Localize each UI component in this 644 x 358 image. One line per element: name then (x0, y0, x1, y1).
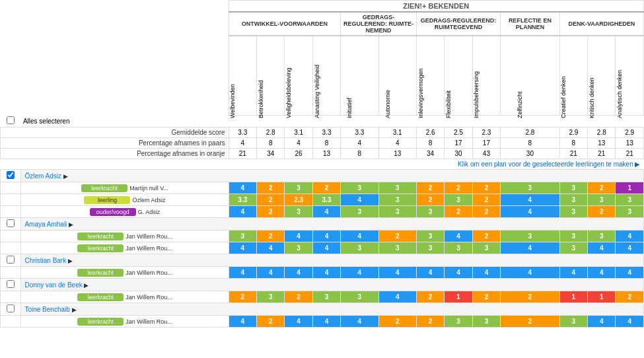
toine-row-1: leerkracht Jan Willem Rou... 4 2 4 4 4 2… (1, 316, 644, 328)
avg-score-label: Gemiddelde score (1, 127, 229, 138)
pp-6: 8 (416, 138, 444, 149)
person-donny: Jan Willem Rou... (125, 294, 172, 301)
badge-leerling-1: leerling (84, 196, 130, 204)
col-inlevingsvermogen: Inlevingsvermogen (416, 36, 444, 115)
ozlem-row-3: ouder/voogd G. Adsiz 4 2 3 4 3 3 3 2 2 4… (1, 206, 644, 218)
select-all-row: Alles selecteren (1, 115, 644, 127)
section-ontwikkel: ONTWIKKEL-VOORWAARDEN (229, 12, 341, 36)
pp-11: 13 (588, 138, 616, 149)
avg-9: 2.8 (501, 127, 560, 138)
pp-10: 8 (559, 138, 587, 149)
col-creatief: Creatief denken (559, 36, 587, 115)
pp-3: 8 (312, 138, 340, 149)
student-name-christian[interactable]: Christian Bark (24, 257, 66, 264)
student-name-donny[interactable]: Donny van de Beek (24, 281, 82, 289)
checkbox-donny[interactable] (7, 280, 15, 288)
badge-ouder-1: ouder/voogd (90, 208, 136, 216)
avg-0: 3.3 (229, 127, 256, 138)
po-8: 43 (472, 149, 500, 159)
student-name-ozlem[interactable]: Özlem Adsiz (24, 172, 61, 180)
main-container[interactable]: ZIEN!+ BEKENDEN ONTWIKKEL-VOORWAARDEN GE… (0, 0, 644, 358)
avg-1: 2.8 (256, 127, 284, 138)
avg-8: 2.3 (472, 127, 500, 138)
section-gedrags-gevend: GEDRAGS-REGULEREND: RUIMTEGEVEND (416, 12, 500, 36)
student-ozlem-main: Özlem Adsiz ▶ (1, 170, 644, 182)
amaya-row-2: leerkracht Jan Willem Rou... 4 4 3 4 3 3… (1, 242, 644, 254)
pp-2: 4 (285, 138, 312, 149)
section-reflectie: REFLECTIE EN PLANNEN (501, 12, 560, 36)
badge-leerkracht-1: leerkracht (81, 184, 127, 192)
col-aantasting: Aanasting Veiligheid (312, 36, 340, 115)
col-flexibiliteit: Flexibiliteit (445, 36, 472, 115)
badge-leerkracht-christian: leerkracht (77, 269, 124, 277)
po-4: 8 (341, 149, 378, 159)
col-analytisch: Analytisch denken (616, 36, 644, 115)
main-table: ZIEN!+ BEKENDEN ONTWIKKEL-VOORWAARDEN GE… (0, 0, 644, 328)
checkbox-amaya[interactable] (7, 219, 15, 227)
ozlem-row-2: leerling Özlem Adsiz 3.3 2 2.3 3.3 4 3 2… (1, 194, 644, 206)
donny-row-1: leerkracht Jan Willem Rou... 2 3 2 3 3 4… (1, 291, 644, 303)
col-betrokkenheid: Betrokkenheid (256, 36, 284, 115)
avg-11: 2.8 (588, 127, 616, 138)
po-3: 13 (312, 149, 340, 159)
amaya-row-1: leerkracht Jan Willem Rou... 3 2 4 4 4 2… (1, 231, 644, 242)
pp-5: 4 (378, 138, 416, 149)
checkbox-christian[interactable] (7, 256, 15, 264)
person-toine: Jan Willem Rou... (125, 318, 172, 325)
po-1: 34 (256, 149, 284, 159)
student-donny-main: Donny van de Beek ▶ (1, 279, 644, 291)
pp-1: 8 (256, 138, 284, 149)
po-0: 21 (229, 149, 256, 159)
po-5: 13 (378, 149, 416, 159)
klik-row: Klik om een plan voor de geselecteerde l… (1, 159, 644, 170)
section-denk: DENK-VAARDIGHEDEN (559, 12, 643, 36)
person-amaya1: Jan Willem Rou... (125, 233, 172, 240)
col-impulsbeheersing: Impulsbeheersing (472, 36, 500, 115)
po-6: 34 (416, 149, 444, 159)
avg-12: 2.9 (616, 127, 644, 138)
avg-3: 3.3 (312, 127, 340, 138)
col-zelfinzicht: Zelfinzicht (501, 36, 560, 115)
student-amaya-main: Amaya Amhali ▶ (1, 218, 644, 231)
select-all-checkbox[interactable] (7, 116, 15, 124)
po-11: 21 (588, 149, 616, 159)
section-gedrags-ruimte: GEDRAGS-REGULEREND: RUIMTE-NEMEND (341, 12, 417, 36)
pct-oranje-row: Percentage afnames in oranje 21 34 26 13… (1, 149, 644, 159)
avg-6: 2.6 (416, 127, 444, 138)
student-name-amaya[interactable]: Amaya Amhali (24, 221, 67, 228)
student-toine-main: Toine Benchaib ▶ (1, 303, 644, 316)
pp-12: 13 (616, 138, 644, 149)
col-welbevinden: Welbevinden (229, 36, 256, 115)
person-ouder-1: G. Adsiz (138, 209, 161, 215)
avg-4: 3.3 (341, 127, 378, 138)
student-name-toine[interactable]: Toine Benchaib (24, 306, 69, 313)
avg-score-row: Gemiddelde score 3.3 2.8 3.1 3.3 3.3 3.1… (1, 127, 644, 138)
person-christian: Jan Willem Rou... (125, 269, 172, 276)
po-9: 30 (501, 149, 560, 159)
col-initiatief: Initiatief (341, 36, 378, 115)
pct-paars-label: Percentage afnames in paars (1, 138, 229, 149)
badge-leerkracht-amaya2: leerkracht (77, 244, 124, 252)
person-amaya2: Jan Willem Rou... (125, 245, 172, 252)
ozlem-row-1: leerkracht Martijn null V... 4 2 3 2 3 3… (1, 182, 644, 194)
christian-row-1: leerkracht Jan Willem Rou... 4 4 4 4 4 4… (1, 267, 644, 279)
pp-7: 17 (445, 138, 472, 149)
avg-7: 2.5 (445, 127, 472, 138)
person-leerkracht-1: Martijn null V... (129, 185, 168, 192)
col-autonomie: Autonomie (378, 36, 416, 115)
checkbox-toine[interactable] (7, 304, 15, 312)
po-12: 21 (616, 149, 644, 159)
pct-paars-row: Percentage afnames in paars 4 8 4 8 4 4 … (1, 138, 644, 149)
klik-label[interactable]: Klik om een plan voor de geselecteerde l… (1, 159, 644, 170)
checkbox-ozlem[interactable] (7, 171, 15, 179)
pct-oranje-label: Percentage afnames in oranje (1, 149, 229, 159)
badge-leerkracht-donny: leerkracht (77, 293, 124, 301)
avg-10: 2.9 (559, 127, 587, 138)
person-leerling-1: Özlem Adsiz (133, 197, 166, 203)
po-10: 21 (559, 149, 587, 159)
pp-4: 4 (341, 138, 378, 149)
student-christian-main: Christian Bark ▶ (1, 254, 644, 267)
pp-8: 17 (472, 138, 500, 149)
avg-2: 3.1 (285, 127, 312, 138)
pp-9: 8 (501, 138, 560, 149)
